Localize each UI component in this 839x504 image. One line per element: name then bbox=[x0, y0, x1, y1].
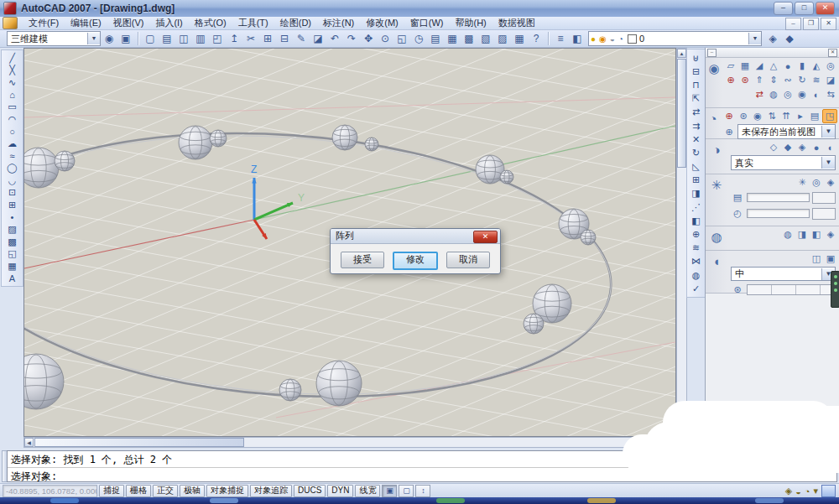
cone-icon[interactable]: △ bbox=[767, 60, 780, 72]
communication-center-icon[interactable]: ◈ bbox=[785, 486, 792, 496]
polysolid-icon[interactable]: ▱ bbox=[724, 60, 737, 72]
render-preset-dropdown[interactable]: 中 ▼ bbox=[731, 267, 836, 281]
mdi-restore-button[interactable]: ❐ bbox=[803, 18, 819, 30]
menu-插入I[interactable]: 插入(I) bbox=[149, 16, 188, 30]
arc-icon[interactable]: ◠ bbox=[3, 113, 21, 126]
coordinate-readout[interactable]: -40.8895, 106.0782, 0.0000 bbox=[3, 485, 97, 497]
horizontal-scrollbar[interactable]: ◀ ▶ bbox=[23, 437, 687, 448]
shell-icon[interactable]: ◍ bbox=[689, 268, 704, 282]
new-file-icon[interactable]: ▢ bbox=[142, 31, 159, 47]
horizontal-scroll-thumb[interactable] bbox=[34, 438, 244, 447]
plot-icon[interactable]: ▥ bbox=[192, 31, 209, 47]
statusbar-toggle-DYN[interactable]: DYN bbox=[327, 485, 353, 497]
maximize-button[interactable]: □ bbox=[795, 2, 814, 15]
3d-navigate-panel-icon[interactable]: ◔ bbox=[706, 108, 721, 138]
statusbar-toggle-DUCS[interactable]: DUCS bbox=[294, 485, 326, 497]
interference-icon[interactable]: ◐ bbox=[810, 88, 823, 101]
match-properties-icon[interactable]: ✎ bbox=[293, 31, 310, 47]
tray-arrow-icon[interactable]: ▾ bbox=[813, 486, 818, 496]
animation-icon[interactable]: ▸ bbox=[794, 110, 807, 122]
dashboard-collapse-button[interactable]: – bbox=[707, 49, 717, 57]
dialog-button-取消[interactable]: 取消 bbox=[446, 252, 490, 268]
chevron-down-icon[interactable]: ▼ bbox=[748, 33, 761, 44]
light-panel-icon[interactable]: ✳ bbox=[706, 174, 727, 226]
chevron-down-icon[interactable]: ▼ bbox=[87, 33, 100, 44]
slice-icon[interactable]: ◪ bbox=[824, 74, 837, 86]
spline-icon[interactable]: ≈ bbox=[3, 150, 21, 163]
close-button[interactable]: ✕ bbox=[816, 2, 835, 15]
scroll-left-button[interactable]: ◀ bbox=[24, 438, 34, 447]
3d-move-icon[interactable]: ⇄ bbox=[753, 88, 766, 101]
color-edges-icon[interactable]: ◧ bbox=[689, 214, 704, 227]
undo-icon[interactable]: ↶ bbox=[326, 31, 343, 47]
save-icon[interactable]: ◫ bbox=[175, 31, 192, 47]
block-editor-icon[interactable]: ◪ bbox=[310, 31, 326, 47]
fly-icon[interactable]: ⇈ bbox=[779, 110, 793, 122]
render-side-tab[interactable] bbox=[831, 271, 839, 308]
vertical-scroll-thumb[interactable] bbox=[677, 59, 686, 168]
camera-icon[interactable]: ◉ bbox=[751, 110, 764, 122]
quickcalc-icon[interactable]: ▦ bbox=[511, 31, 528, 47]
layer-lock-icon[interactable]: ◒ bbox=[610, 34, 615, 44]
materials-panel-icon[interactable]: ◍ bbox=[706, 226, 727, 250]
visual-style-panel-icon[interactable]: ◑ bbox=[706, 139, 727, 174]
layer-previous-icon[interactable]: ◆ bbox=[781, 31, 798, 47]
menu-标注N[interactable]: 标注(N) bbox=[317, 16, 360, 30]
time-slider[interactable] bbox=[747, 209, 810, 218]
status-tray-arrows[interactable]: ↕ bbox=[415, 485, 430, 497]
designcenter-icon[interactable]: ▦ bbox=[444, 31, 461, 47]
parallel-projection-icon[interactable]: ▤ bbox=[808, 110, 821, 122]
polygon-icon[interactable]: ⌂ bbox=[3, 89, 21, 101]
array-dialog-titlebar[interactable]: 阵列 ✕ bbox=[331, 229, 500, 244]
material-mapping-icon[interactable]: ◨ bbox=[795, 228, 809, 241]
render-settings-icon[interactable]: ▣ bbox=[824, 252, 837, 265]
realistic-style-icon[interactable]: ● bbox=[810, 141, 823, 153]
color-faces-icon[interactable]: ◨ bbox=[689, 187, 704, 200]
subtract-icon[interactable]: ◎ bbox=[781, 88, 795, 101]
union-icon[interactable]: ⊎ bbox=[689, 51, 704, 65]
layer-dropdown[interactable]: ● ◉ ◒ ◔ 0 ▼ bbox=[588, 31, 762, 46]
sky-icon[interactable]: ◎ bbox=[810, 176, 823, 189]
copy-faces-icon[interactable]: ⊞ bbox=[689, 174, 704, 187]
rotate-faces-icon[interactable]: ↻ bbox=[689, 146, 704, 159]
menu-数据视图[interactable]: 数据视图 bbox=[492, 16, 541, 30]
workspace-settings-icon[interactable]: ◉ bbox=[101, 31, 117, 47]
3d-wireframe-icon[interactable]: ◆ bbox=[781, 141, 795, 153]
help-icon[interactable]: ? bbox=[528, 31, 545, 47]
redo-icon[interactable]: ↷ bbox=[343, 31, 360, 47]
intersect-icon[interactable]: ⊓ bbox=[689, 78, 704, 91]
brightness-slider[interactable] bbox=[747, 193, 810, 202]
cut-icon[interactable]: ✂ bbox=[242, 31, 259, 47]
statusbar-toggle-正交[interactable]: 正交 bbox=[153, 485, 178, 497]
attach-material-icon[interactable]: ◈ bbox=[824, 228, 837, 241]
check-icon[interactable]: ✓ bbox=[689, 282, 704, 295]
circle-icon[interactable]: ○ bbox=[3, 126, 21, 138]
layer-color-swatch[interactable] bbox=[628, 34, 637, 44]
region-icon[interactable]: ◱ bbox=[3, 248, 21, 261]
torus-icon[interactable]: ◎ bbox=[824, 60, 837, 72]
clean-icon[interactable]: ≋ bbox=[689, 242, 704, 255]
dialog-close-button[interactable]: ✕ bbox=[473, 231, 498, 243]
time-value-box[interactable] bbox=[812, 208, 836, 220]
free-orbit-icon[interactable]: ⊛ bbox=[737, 110, 750, 122]
statusbar-toggle-对象追踪[interactable]: 对象追踪 bbox=[250, 485, 292, 497]
menu-编辑E[interactable]: 编辑(E) bbox=[65, 16, 107, 30]
3d-make-panel-icon[interactable]: ◉ bbox=[706, 58, 722, 107]
model-space-toggle[interactable]: ▣ bbox=[382, 485, 397, 497]
walk-icon[interactable]: ⇅ bbox=[765, 110, 779, 122]
statusbar-toggle-捕捉[interactable]: 捕捉 bbox=[99, 485, 124, 497]
revision-cloud-icon[interactable]: ☁ bbox=[3, 138, 21, 150]
clean-screen-button[interactable] bbox=[821, 485, 836, 497]
separate-icon[interactable]: ⋈ bbox=[689, 255, 704, 268]
extrude-icon[interactable]: ⇑ bbox=[753, 74, 766, 86]
menu-帮助H[interactable]: 帮助(H) bbox=[450, 16, 492, 30]
construction-line-icon[interactable]: ╳ bbox=[3, 65, 21, 77]
workspace-dropdown[interactable]: 三维建模 ▼ bbox=[7, 31, 101, 46]
intersect-icon[interactable]: ◉ bbox=[795, 88, 809, 101]
menu-修改M[interactable]: 修改(M) bbox=[360, 16, 404, 30]
app-menu-icon[interactable] bbox=[3, 17, 18, 29]
statusbar-toggle-栅格[interactable]: 栅格 bbox=[126, 485, 151, 497]
conceptual-style-icon[interactable]: ◐ bbox=[824, 141, 837, 153]
move-faces-icon[interactable]: ⇄ bbox=[689, 106, 704, 119]
menu-格式O[interactable]: 格式(O) bbox=[189, 16, 232, 30]
